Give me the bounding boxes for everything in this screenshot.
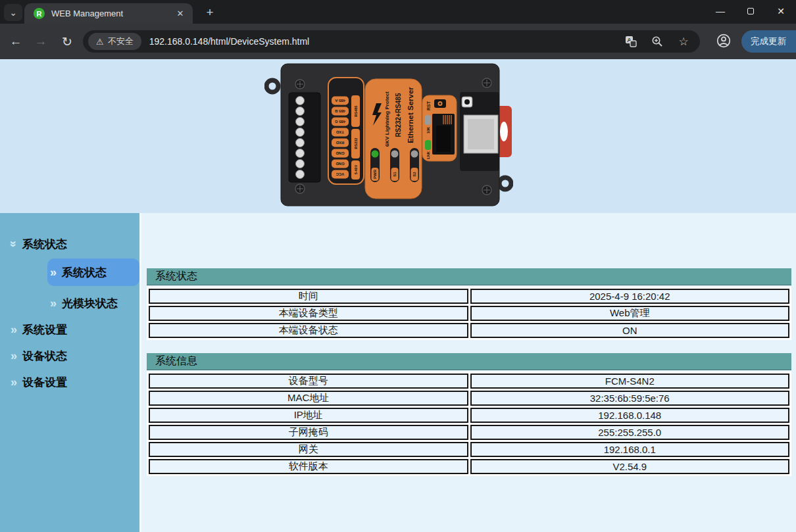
row-label: 时间 <box>149 289 468 304</box>
row-value: ON <box>470 323 790 338</box>
device-label-protect: 6KV Lightning Protect <box>384 91 390 147</box>
port-label-lnk: LNK <box>426 151 430 158</box>
chevron-expanded-icon: » <box>8 241 20 247</box>
table-row: 子网掩码 255:255.255.0 <box>149 425 789 440</box>
finish-update-button[interactable]: 完成更新 ⋮ <box>741 30 796 53</box>
url-text[interactable]: 192.168.0.148/html/DeviceSystem.html <box>149 36 625 47</box>
group-label: 5-40V <box>354 164 358 174</box>
sidebar-item-system-settings[interactable]: » 系统设置 <box>0 316 139 343</box>
group-label: RS485 <box>354 106 358 117</box>
back-button[interactable]: ← <box>7 32 25 51</box>
sidebar-item-device-status[interactable]: » 设备状态 <box>0 343 139 369</box>
sidebar-item-optical-module-status[interactable]: » 光模块状态 <box>0 290 139 316</box>
maximize-icon <box>747 8 754 14</box>
table-row: 本端设备类型 Web管理 <box>149 306 789 321</box>
pin-label: TXD <box>336 130 344 134</box>
pin-label: VCC <box>336 172 344 176</box>
chevron-right-icon: » <box>50 266 57 278</box>
sidebar-item-label: 光模块状态 <box>62 296 118 311</box>
system-info-table: 设备型号 FCM-S4N2 MAC地址 32:35:6b:59:5e:76 IP… <box>147 372 791 476</box>
chevron-down-icon: ⌄ <box>9 7 17 18</box>
tab-close-icon[interactable]: ✕ <box>174 8 186 20</box>
device-label-product: Ethernet Server <box>407 87 414 143</box>
minimize-button[interactable]: — <box>705 0 735 22</box>
table-row: IP地址 192.168.0.148 <box>149 408 789 423</box>
tab-search-button[interactable]: ⌄ <box>4 4 22 21</box>
row-label: 本端设备类型 <box>149 306 468 321</box>
row-value: V2.54.9 <box>470 459 790 474</box>
close-button[interactable]: ✕ <box>766 0 796 22</box>
table-row: 设备型号 FCM-S4N2 <box>149 374 789 389</box>
row-value: 192.168.0.1 <box>470 442 790 457</box>
chevron-right-icon: » <box>11 376 17 388</box>
table-row: MAC地址 32:35:6b:59:5e:76 <box>149 391 789 406</box>
section-title: 系统信息 <box>155 354 197 368</box>
device-product-image: 485 A 485 B 485 G TXD RXD GND GND VCC RS… <box>264 62 513 208</box>
translate-icon[interactable]: A <box>625 36 637 47</box>
address-bar[interactable]: ⚠ 不安全 192.168.0.148/html/DeviceSystem.ht… <box>83 30 700 53</box>
sidebar-item-device-settings[interactable]: » 设备设置 <box>0 369 139 395</box>
tab-strip: ⌄ R WEB Management ✕ + — ✕ <box>0 0 796 24</box>
pin-label: GND <box>336 162 345 166</box>
led-label-s2: S2 <box>412 172 416 177</box>
warning-icon: ⚠ <box>96 37 104 47</box>
browser-window: ⌄ R WEB Management ✕ + — ✕ ← → ↻ ⚠ 不安全 1… <box>0 0 796 532</box>
table-row: 网关 192.168.0.1 <box>149 442 789 457</box>
row-value: 255:255.255.0 <box>470 425 790 440</box>
row-label: MAC地址 <box>149 391 468 406</box>
web-page: 485 A 485 B 485 G TXD RXD GND GND VCC RS… <box>0 59 796 532</box>
table-row: 时间 2025-4-9 16:20:42 <box>149 289 789 304</box>
chevron-right-icon: » <box>50 297 57 309</box>
pin-label: 485 A <box>334 99 345 103</box>
row-value: 32:35:6b:59:5e:76 <box>470 391 790 406</box>
content-area: 系统状态 时间 2025-4-9 16:20:42 本端设备类型 Web管理 本… <box>139 213 796 532</box>
reset-label: RST <box>426 101 431 110</box>
tab-title: WEB Management <box>51 9 174 18</box>
site-favicon-icon: R <box>34 8 45 19</box>
row-value: FCM-S4N2 <box>470 374 790 389</box>
sidebar-item-label: 设备设置 <box>22 375 67 390</box>
chevron-right-icon: » <box>11 350 17 362</box>
menu-dots-icon[interactable]: ⋮ <box>793 36 796 47</box>
sidebar-item-label: 系统设置 <box>22 322 67 337</box>
pin-label: 485 G <box>335 120 346 124</box>
pin-label: GND <box>336 151 345 155</box>
sidebar-item-label: 设备状态 <box>22 349 67 364</box>
section-title: 系统状态 <box>155 270 197 283</box>
finish-update-label: 完成更新 <box>751 36 786 47</box>
sidebar-item-system-status-group[interactable]: » 系统状态 <box>0 233 139 255</box>
led-label-s1: S1 <box>393 172 397 177</box>
device-label-serial: RS232+RS485 <box>395 93 402 137</box>
window-controls: — ✕ <box>705 0 796 22</box>
row-label: IP地址 <box>149 408 468 423</box>
row-label: 设备型号 <box>149 374 468 389</box>
reload-button[interactable]: ↻ <box>58 32 76 51</box>
row-value: 2025-4-9 16:20:42 <box>470 289 790 304</box>
site-security-chip[interactable]: ⚠ 不安全 <box>88 33 141 50</box>
browser-tab[interactable]: R WEB Management ✕ <box>24 3 193 24</box>
row-label: 软件版本 <box>149 459 468 474</box>
sidebar-nav: » 系统状态 » 系统状态 » 光模块状态 » 系统设置 » 设备状态 <box>0 213 139 532</box>
bookmark-star-icon[interactable]: ☆ <box>678 36 689 47</box>
chevron-right-icon: » <box>11 324 17 335</box>
pin-label: 485 B <box>334 109 345 113</box>
table-row: 本端设备状态 ON <box>149 323 789 338</box>
profile-icon[interactable] <box>714 32 733 50</box>
zoom-icon[interactable] <box>651 36 663 47</box>
security-label: 不安全 <box>108 36 134 47</box>
forward-button[interactable]: → <box>32 32 50 51</box>
sidebar-item-label: 系统状态 <box>22 237 67 252</box>
group-label: RS232 <box>354 138 358 149</box>
row-label: 子网掩码 <box>149 425 468 440</box>
row-label: 本端设备状态 <box>149 323 468 338</box>
sidebar-item-system-status[interactable]: » 系统状态 <box>47 258 139 286</box>
new-tab-button[interactable]: + <box>201 5 218 20</box>
system-status-table: 时间 2025-4-9 16:20:42 本端设备类型 Web管理 本端设备状态… <box>147 287 791 340</box>
port-label-10k: 10K <box>426 127 430 133</box>
led-label-pwr: PWR <box>373 169 377 179</box>
maximize-button[interactable] <box>735 0 766 22</box>
table-row: 软件版本 V2.54.9 <box>149 459 789 474</box>
page-banner: 485 A 485 B 485 G TXD RXD GND GND VCC RS… <box>0 59 796 213</box>
row-value: Web管理 <box>470 306 790 321</box>
table-title-system-status: 系统状态 <box>147 268 791 285</box>
